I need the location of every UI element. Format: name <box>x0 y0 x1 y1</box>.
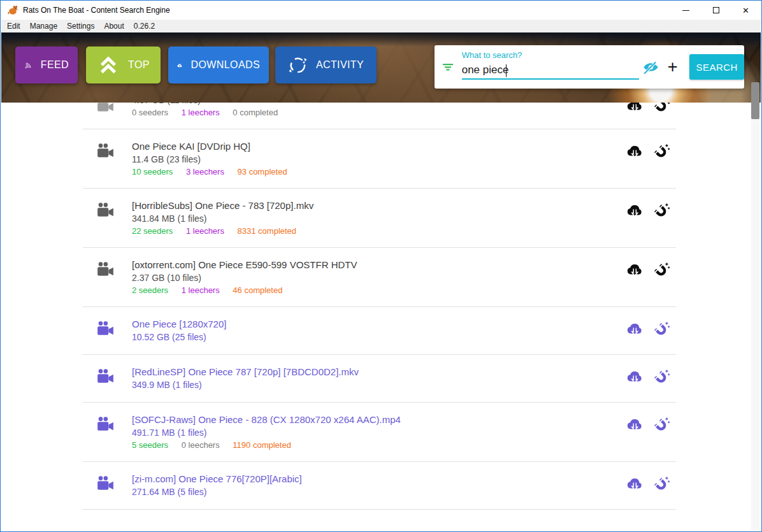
filter-icon[interactable] <box>441 60 455 74</box>
result-title[interactable]: [RedLineSP] One Piece 787 [720p] [7BDCD0… <box>132 365 626 378</box>
magnet-icon <box>653 203 670 220</box>
minimize-button[interactable] <box>671 1 701 20</box>
sync-icon <box>288 55 308 75</box>
hide-results-button[interactable] <box>638 54 663 80</box>
activity-label: ACTIVITY <box>316 59 364 71</box>
result-size: 341.84 MB (1 files) <box>132 212 626 226</box>
magnet-icon <box>653 103 670 115</box>
text-caret <box>506 64 507 77</box>
video-icon <box>83 472 132 491</box>
magnet-button[interactable] <box>653 369 670 386</box>
downloads-label: DOWNLOADS <box>191 59 261 71</box>
top-button[interactable]: TOP <box>86 47 161 83</box>
result-row: [HorribleSubs] One Piece - 783 [720p].mk… <box>83 189 676 248</box>
download-cloud-icon <box>626 203 643 220</box>
download-cloud-icon <box>626 143 643 161</box>
download-cloud-icon <box>626 103 643 115</box>
result-size: 2.37 GB (10 files) <box>132 271 626 285</box>
download-button[interactable] <box>626 203 643 220</box>
close-button[interactable]: ✕ <box>731 1 761 20</box>
download-button[interactable] <box>626 103 643 115</box>
search-button[interactable]: SEARCH <box>689 54 744 80</box>
feed-icon <box>24 55 32 75</box>
activity-button[interactable]: ACTIVITY <box>275 47 377 83</box>
magnet-button[interactable] <box>653 417 670 434</box>
leechers-count: 3 leechers <box>186 167 224 176</box>
minimize-icon <box>682 10 689 11</box>
completed-count: 46 completed <box>233 285 282 295</box>
seeders-count: 0 seeders <box>132 108 168 117</box>
menu-about[interactable]: About <box>104 22 124 31</box>
seeders-count: 22 seeders <box>132 226 173 236</box>
result-row: [oxtorrent.com] One Piece E590-599 VOSTF… <box>83 248 676 307</box>
result-title[interactable]: [zi-m.com] One Piece 776[720P][Arabic] <box>132 472 626 485</box>
magnet-icon <box>653 369 670 386</box>
rat-icon <box>7 5 18 15</box>
feed-button[interactable]: FEED <box>15 47 78 83</box>
result-size: 11.4 GB (23 files) <box>132 153 626 166</box>
download-cloud-icon <box>626 417 643 434</box>
download-button[interactable] <box>626 369 643 386</box>
version-label: 0.26.2 <box>134 22 155 31</box>
download-cloud-icon <box>626 262 643 279</box>
download-button[interactable] <box>626 262 643 279</box>
app-window: Rats On The Boat - Content Search Engine… <box>0 0 762 532</box>
search-panel: What to search? + SEARCH <box>435 45 744 89</box>
magnet-button[interactable] <box>653 262 670 279</box>
menubar: Edit Manage Settings About 0.26.2 <box>1 20 761 32</box>
magnet-icon <box>653 262 670 279</box>
download-button[interactable] <box>626 321 643 338</box>
menu-settings[interactable]: Settings <box>67 22 94 31</box>
result-stats: 22 seeders 1 leechers 8331 completed <box>132 226 626 237</box>
completed-count: 1190 completed <box>233 440 291 450</box>
magnet-button[interactable] <box>653 203 670 220</box>
magnet-button[interactable] <box>653 476 670 493</box>
video-icon <box>83 103 132 112</box>
window-title: Rats On The Boat - Content Search Engine <box>23 6 170 15</box>
leechers-count: 1 leechers <box>182 108 220 117</box>
completed-count: 93 completed <box>238 167 287 176</box>
result-size: 491.71 MB (1 files) <box>132 426 626 440</box>
result-row: 4.07 GB (11 files) 0 seeders 1 leechers … <box>83 103 676 129</box>
download-button[interactable] <box>626 143 643 161</box>
result-title[interactable]: [oxtorrent.com] One Piece E590-599 VOSTF… <box>132 258 626 271</box>
maximize-button[interactable] <box>701 1 731 20</box>
downloads-button[interactable]: DOWNLOADS <box>168 47 269 83</box>
plus-icon: + <box>668 57 678 77</box>
result-row: [SOFCJ-Raws] One Piece - 828 (CX 1280x72… <box>83 403 676 462</box>
result-title[interactable]: One Piece KAI [DVDrip HQ] <box>132 140 626 153</box>
seeders-count: 2 seeders <box>132 285 168 295</box>
results-list: 4.07 GB (11 files) 0 seeders 1 leechers … <box>1 103 761 510</box>
download-button[interactable] <box>626 417 643 434</box>
seeders-count: 5 seeders <box>132 440 168 450</box>
magnet-icon <box>653 417 670 434</box>
result-stats: 0 seeders 1 leechers 0 completed <box>132 107 626 119</box>
seeders-count: 10 seeders <box>132 167 173 176</box>
menu-manage[interactable]: Manage <box>30 22 57 31</box>
result-size: 4.07 GB (11 files) <box>132 103 626 107</box>
download-cloud-icon <box>626 476 643 493</box>
close-icon: ✕ <box>742 6 749 15</box>
result-stats: 5 seeders 0 leechers 1190 completed <box>132 440 626 451</box>
download-cloud-icon <box>626 321 643 338</box>
scrollbar-track[interactable] <box>751 103 759 530</box>
menu-edit[interactable]: Edit <box>7 22 20 31</box>
result-title[interactable]: One Piece [1280x720] <box>132 317 626 331</box>
video-icon <box>83 140 132 158</box>
result-stats: 2 seeders 1 leechers 46 completed <box>132 285 626 296</box>
results-area: 4.07 GB (11 files) 0 seeders 1 leechers … <box>1 103 761 531</box>
download-button[interactable] <box>626 476 643 493</box>
result-title[interactable]: [HorribleSubs] One Piece - 783 [720p].mk… <box>132 199 626 212</box>
cloud-download-icon <box>177 57 183 74</box>
result-row: [RedLineSP] One Piece 787 [720p] [7BDCD0… <box>83 355 676 403</box>
magnet-button[interactable] <box>653 321 670 338</box>
add-search-tab-button[interactable]: + <box>663 54 682 80</box>
magnet-icon <box>653 143 670 161</box>
maximize-icon <box>713 7 719 13</box>
magnet-button[interactable] <box>653 143 670 161</box>
result-title[interactable]: [SOFCJ-Raws] One Piece - 828 (CX 1280x72… <box>132 413 626 426</box>
magnet-button[interactable] <box>653 103 670 115</box>
completed-count: 8331 completed <box>238 226 297 236</box>
search-input[interactable] <box>462 62 639 80</box>
scrollbar-thumb[interactable] <box>751 82 759 119</box>
